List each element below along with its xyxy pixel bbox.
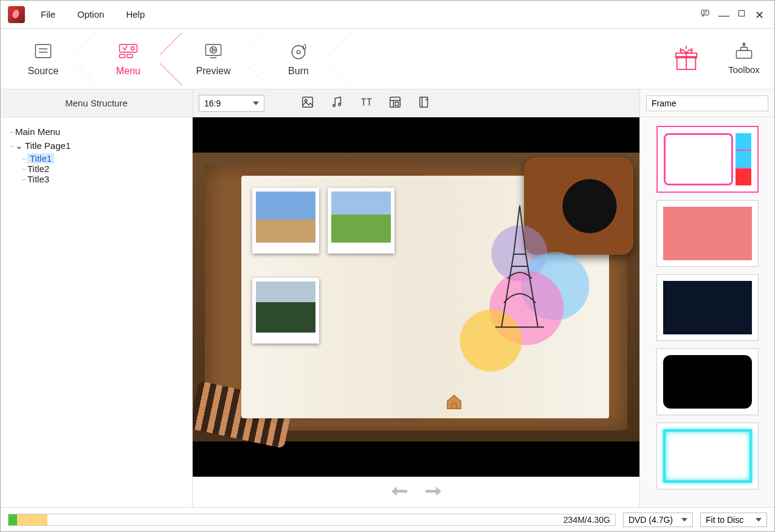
svg-point-6 [131, 46, 134, 49]
music-icon[interactable] [330, 95, 343, 111]
svg-rect-9 [205, 44, 221, 55]
svg-rect-1 [739, 10, 744, 16]
svg-point-13 [292, 46, 305, 59]
next-page-button[interactable] [425, 485, 441, 500]
chevron-down-icon [681, 518, 687, 522]
fit-mode-select[interactable]: Fit to Disc [700, 513, 767, 527]
tree-title-3[interactable]: Title3 [7, 174, 186, 184]
close-icon[interactable]: ✕ [755, 10, 765, 19]
home-icon[interactable] [445, 393, 463, 413]
step-menu[interactable]: Menu [86, 29, 171, 89]
sidebar: Menu Structure Main Menu ⌄ Title Page1 T… [1, 89, 193, 507]
step-burn-label: Burn [288, 66, 309, 77]
tree-title-page[interactable]: ⌄ Title Page1 [7, 139, 186, 153]
frame-option-navy[interactable] [656, 274, 759, 341]
workflow-steps: Source Menu Preview Burn Toolbox [1, 29, 774, 89]
step-source[interactable]: Source [1, 29, 86, 89]
frames-panel [639, 89, 774, 507]
aspect-ratio-value: 16:9 [204, 98, 221, 108]
tree-title-1[interactable]: Title1 [7, 153, 186, 164]
window-controls: — ✕ [700, 9, 774, 21]
svg-rect-7 [120, 54, 125, 57]
menu-help[interactable]: Help [126, 9, 145, 19]
step-source-label: Source [28, 66, 59, 77]
fit-mode-value: Fit to Disc [706, 515, 743, 525]
svg-point-23 [305, 99, 307, 102]
aspect-ratio-select[interactable]: 16:9 [199, 95, 264, 112]
template-icon[interactable] [418, 95, 431, 111]
chevron-down-icon[interactable]: ⌄ [15, 140, 22, 151]
svg-rect-2 [35, 44, 50, 58]
svg-point-25 [339, 103, 341, 105]
image-icon[interactable] [301, 95, 314, 111]
tree-title-page-label: Title Page1 [25, 140, 71, 151]
app-logo-icon [8, 6, 25, 23]
status-bar: 234M/4.30G DVD (4.7G) Fit to Disc [1, 507, 774, 531]
menu-file[interactable]: File [41, 9, 55, 19]
menu-preview-canvas[interactable] [193, 117, 639, 477]
tree-title-2[interactable]: Title2 [7, 164, 186, 174]
frame-search-input[interactable] [646, 95, 768, 111]
frames-panel-header [640, 89, 774, 117]
chevron-down-icon [253, 102, 259, 105]
text-icon[interactable] [359, 95, 373, 111]
preview-area [193, 117, 639, 507]
minimize-icon[interactable]: — [718, 10, 728, 19]
frames-list[interactable] [640, 117, 774, 507]
svg-point-14 [297, 50, 300, 54]
frame-option-cyan-glow[interactable] [656, 423, 759, 489]
svg-rect-19 [741, 47, 748, 50]
feedback-icon[interactable] [700, 9, 710, 21]
svg-marker-11 [212, 48, 215, 51]
sidebar-header: Menu Structure [1, 89, 192, 117]
toolbox-label: Toolbox [728, 64, 760, 75]
disc-usage-bar: 234M/4.30G [8, 514, 616, 526]
gift-button[interactable] [659, 29, 714, 89]
svg-rect-0 [701, 10, 709, 15]
frame-option-tv[interactable] [656, 126, 759, 193]
tree-main-menu[interactable]: Main Menu [7, 125, 186, 139]
step-menu-label: Menu [116, 66, 140, 77]
svg-rect-29 [395, 102, 399, 106]
svg-rect-18 [736, 50, 751, 58]
prev-page-button[interactable] [391, 485, 407, 500]
thumbnail-title3[interactable] [252, 278, 319, 344]
menu-structure-tree: Main Menu ⌄ Title Page1 Title1 Title2 Ti… [1, 117, 192, 507]
step-preview-label: Preview [196, 66, 231, 77]
disc-type-select[interactable]: DVD (4.7G) [623, 513, 693, 527]
disc-usage-text: 234M/4.30G [563, 515, 615, 525]
main-area: Menu Structure Main Menu ⌄ Title Page1 T… [1, 89, 774, 507]
svg-rect-30 [420, 97, 428, 107]
svg-rect-22 [303, 97, 313, 107]
svg-point-21 [743, 43, 745, 46]
svg-point-24 [333, 104, 336, 106]
chevron-down-icon [756, 518, 762, 522]
menu-option[interactable]: Option [77, 9, 104, 19]
frame-option-pink[interactable] [656, 200, 759, 267]
step-preview[interactable]: Preview [171, 29, 256, 89]
page-nav [193, 477, 639, 507]
editor-toolbar: 16:9 [193, 89, 639, 117]
menubar: File Option Help [41, 9, 145, 19]
thumbnail-title1[interactable] [252, 188, 319, 254]
chapter-icon[interactable] [388, 95, 402, 111]
titlebar: File Option Help — ✕ [1, 1, 774, 29]
toolbox-button[interactable]: Toolbox [714, 29, 774, 89]
maximize-icon[interactable] [737, 9, 746, 21]
thumbnail-title2[interactable] [328, 188, 394, 254]
disc-type-value: DVD (4.7G) [629, 515, 673, 525]
step-burn[interactable]: Burn [256, 29, 341, 89]
eiffel-illustration [448, 188, 591, 406]
center-panel: 16:9 [193, 89, 639, 507]
frame-option-black-rounded[interactable] [656, 348, 759, 415]
svg-rect-8 [127, 54, 133, 57]
